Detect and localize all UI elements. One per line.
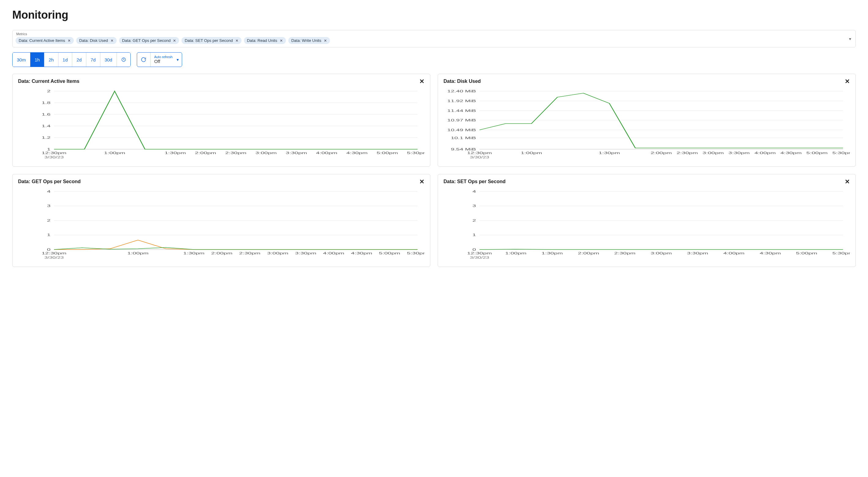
svg-text:0: 0 — [472, 248, 476, 252]
close-icon[interactable]: ✕ — [235, 39, 239, 42]
svg-text:5:00pm: 5:00pm — [379, 251, 400, 255]
close-icon[interactable]: ✕ — [845, 78, 850, 84]
svg-text:12:30pm: 12:30pm — [42, 151, 66, 155]
svg-text:2:30pm: 2:30pm — [614, 251, 636, 255]
svg-text:1:00pm: 1:00pm — [127, 251, 149, 255]
svg-text:3/30/23: 3/30/23 — [470, 256, 489, 259]
svg-text:3:00pm: 3:00pm — [703, 151, 724, 155]
metric-chip-label: Data: SET Ops per Second — [185, 38, 232, 43]
svg-text:1: 1 — [47, 147, 51, 151]
svg-text:3:30pm: 3:30pm — [295, 251, 316, 255]
svg-text:2: 2 — [472, 218, 476, 223]
svg-text:0: 0 — [47, 248, 51, 252]
svg-text:5:30pm: 5:30pm — [832, 251, 850, 255]
svg-text:3:00pm: 3:00pm — [255, 151, 277, 155]
time-range-group: 30m1h2h1d2d7d30d — [12, 52, 131, 67]
metric-chip[interactable]: Data: Current Active Items✕ — [16, 37, 74, 44]
clock-icon — [121, 57, 126, 62]
svg-text:1:30pm: 1:30pm — [599, 151, 620, 155]
svg-text:4: 4 — [47, 190, 51, 194]
svg-text:1:30pm: 1:30pm — [541, 251, 563, 255]
svg-text:4:00pm: 4:00pm — [323, 251, 344, 255]
svg-text:12.40 MiB: 12.40 MiB — [447, 89, 476, 93]
svg-text:3:30pm: 3:30pm — [728, 151, 750, 155]
chart-card-set-ops: Data: SET Ops per Second✕0123412:30pm3/3… — [438, 174, 856, 267]
chevron-down-icon: ▾ — [177, 57, 179, 62]
svg-text:3:30pm: 3:30pm — [286, 151, 307, 155]
close-icon[interactable]: ✕ — [68, 39, 71, 42]
close-icon[interactable]: ✕ — [419, 178, 425, 185]
auto-refresh-value: Off — [154, 59, 173, 64]
auto-refresh-dropdown[interactable]: Auto refresh Off ▾ — [151, 53, 182, 67]
svg-text:2: 2 — [47, 89, 51, 93]
series-series-a — [54, 240, 418, 249]
svg-text:2: 2 — [47, 218, 51, 223]
close-icon[interactable]: ✕ — [324, 39, 327, 42]
time-range-30m[interactable]: 30m — [12, 53, 30, 67]
time-range-1d[interactable]: 1d — [58, 53, 72, 67]
svg-text:2:00pm: 2:00pm — [578, 251, 599, 255]
svg-text:4:30pm: 4:30pm — [346, 151, 368, 155]
refresh-icon[interactable] — [137, 53, 151, 67]
metric-chip[interactable]: Data: Write Units✕ — [288, 37, 330, 44]
svg-text:3/30/23: 3/30/23 — [470, 156, 489, 159]
svg-text:2:30pm: 2:30pm — [676, 151, 698, 155]
metric-chip-label: Data: Write Units — [291, 38, 321, 43]
auto-refresh-control[interactable]: Auto refresh Off ▾ — [137, 52, 182, 67]
svg-text:11.92 MiB: 11.92 MiB — [447, 99, 476, 103]
svg-text:2:00pm: 2:00pm — [195, 151, 216, 155]
series-series-b — [54, 247, 418, 249]
svg-text:3:00pm: 3:00pm — [267, 251, 289, 255]
svg-text:3/30/23: 3/30/23 — [44, 156, 64, 159]
time-range-1h[interactable]: 1h — [30, 53, 44, 67]
metric-chip[interactable]: Data: Read Units✕ — [244, 37, 286, 44]
svg-text:10.49 MiB: 10.49 MiB — [447, 128, 476, 132]
svg-text:1:30pm: 1:30pm — [183, 251, 205, 255]
svg-text:2:00pm: 2:00pm — [211, 251, 232, 255]
time-range-30d[interactable]: 30d — [100, 53, 117, 67]
metrics-chips: Data: Current Active Items✕Data: Disk Us… — [16, 37, 852, 44]
svg-text:5:00pm: 5:00pm — [376, 151, 398, 155]
svg-text:2:00pm: 2:00pm — [651, 151, 672, 155]
svg-text:5:30pm: 5:30pm — [832, 151, 850, 155]
metrics-label: Metrics — [16, 32, 852, 37]
metric-chip-label: Data: Disk Used — [79, 38, 108, 43]
chart-plot: 9.54 MiB10.1 MiB10.49 MiB10.97 MiB11.44 … — [443, 88, 850, 161]
svg-text:1: 1 — [472, 233, 476, 237]
metric-chip[interactable]: Data: GET Ops per Second✕ — [119, 37, 179, 44]
chart-plot: 0123412:30pm3/30/231:00pm1:30pm2:00pm2:3… — [18, 188, 425, 261]
custom-time-range-button[interactable] — [117, 53, 130, 67]
svg-text:1:00pm: 1:00pm — [104, 151, 125, 155]
svg-text:2:30pm: 2:30pm — [225, 151, 247, 155]
chart-title: Data: Disk Used — [443, 78, 481, 84]
svg-text:12:30pm: 12:30pm — [42, 251, 66, 255]
svg-text:4:00pm: 4:00pm — [754, 151, 776, 155]
metric-chip[interactable]: Data: Disk Used✕ — [76, 37, 117, 44]
metric-chip-label: Data: GET Ops per Second — [122, 38, 171, 43]
close-icon[interactable]: ✕ — [845, 178, 850, 185]
svg-text:5:00pm: 5:00pm — [806, 151, 828, 155]
svg-text:12:30pm: 12:30pm — [467, 151, 492, 155]
svg-text:3:30pm: 3:30pm — [687, 251, 708, 255]
svg-text:11.44 MiB: 11.44 MiB — [447, 109, 476, 113]
time-range-7d[interactable]: 7d — [86, 53, 100, 67]
close-icon[interactable]: ✕ — [280, 39, 283, 42]
svg-text:1.8: 1.8 — [42, 101, 51, 105]
time-range-2h[interactable]: 2h — [44, 53, 58, 67]
chart-title: Data: Current Active Items — [18, 78, 79, 84]
close-icon[interactable]: ✕ — [419, 78, 425, 84]
time-range-2d[interactable]: 2d — [72, 53, 86, 67]
chart-title: Data: GET Ops per Second — [18, 179, 81, 184]
svg-text:1.2: 1.2 — [42, 136, 51, 140]
chart-card-disk-used: Data: Disk Used✕9.54 MiB10.1 MiB10.49 Mi… — [438, 74, 856, 167]
close-icon[interactable]: ✕ — [111, 39, 114, 42]
svg-text:1:00pm: 1:00pm — [505, 251, 527, 255]
svg-text:1.4: 1.4 — [42, 124, 51, 128]
metrics-selector[interactable]: Metrics Data: Current Active Items✕Data:… — [12, 30, 856, 47]
metric-chip[interactable]: Data: SET Ops per Second✕ — [182, 37, 241, 44]
chevron-down-icon[interactable]: ▾ — [849, 36, 851, 41]
series-disk used (MiB) — [479, 93, 843, 148]
close-icon[interactable]: ✕ — [173, 39, 176, 42]
svg-text:1: 1 — [47, 233, 51, 237]
chart-plot: 11.21.41.61.8212:30pm3/30/231:00pm1:30pm… — [18, 88, 425, 161]
